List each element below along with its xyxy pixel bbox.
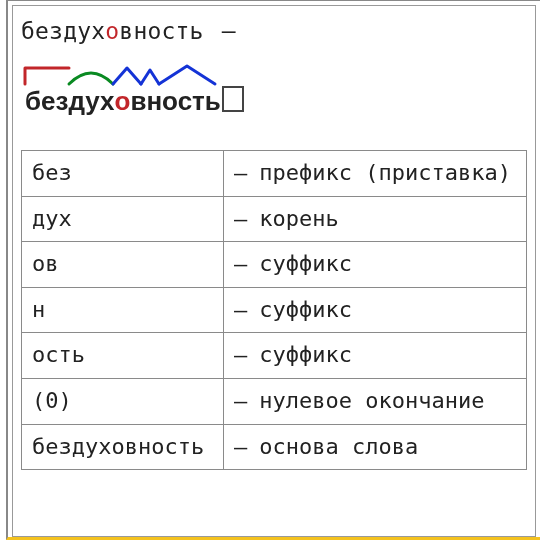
root-marker-icon bbox=[69, 73, 113, 84]
headline: бездуховность— bbox=[21, 18, 527, 44]
morph-part: ость bbox=[22, 333, 224, 379]
cell-dash: — bbox=[234, 297, 247, 322]
morph-part: н bbox=[22, 287, 224, 333]
headline-word-pre: бездух bbox=[21, 18, 105, 44]
headline-dash: — bbox=[222, 18, 236, 44]
table-row: (0) —нулевое окончание bbox=[22, 378, 527, 424]
cell-dash: — bbox=[234, 434, 247, 459]
diagram-word-post: вность bbox=[130, 86, 220, 117]
table-row: дух —корень bbox=[22, 196, 527, 242]
morph-part: дух bbox=[22, 196, 224, 242]
cell-dash: — bbox=[234, 206, 247, 231]
morph-desc: —основа слова bbox=[224, 424, 527, 470]
page-frame: бездуховность— бездуховность bbox=[6, 0, 540, 540]
headline-word-accent: о bbox=[105, 18, 119, 44]
diagram-word-accent: о bbox=[115, 86, 131, 117]
suffix-marker-2-icon bbox=[141, 70, 159, 84]
cell-dash: — bbox=[234, 160, 247, 185]
table-row: без —префикс (приставка) bbox=[22, 151, 527, 197]
diagram-word-pre: бездух bbox=[25, 86, 115, 117]
morph-desc-text: нулевое окончание bbox=[259, 388, 484, 413]
cell-dash: — bbox=[234, 251, 247, 276]
morph-part: бездуховность bbox=[22, 424, 224, 470]
content-card: бездуховность— бездуховность bbox=[12, 5, 536, 537]
morph-desc-text: префикс (приставка) bbox=[259, 160, 511, 185]
morph-desc: —суффикс bbox=[224, 242, 527, 288]
diagram-word: бездуховность bbox=[25, 84, 244, 117]
morph-desc-text: суффикс bbox=[259, 251, 352, 276]
suffix-marker-1-icon bbox=[113, 68, 141, 84]
morph-part: (0) bbox=[22, 378, 224, 424]
prefix-marker-icon bbox=[25, 68, 69, 84]
table-row: бездуховность —основа слова bbox=[22, 424, 527, 470]
table-row: н —суффикс bbox=[22, 287, 527, 333]
table-row: ов —суффикс bbox=[22, 242, 527, 288]
morph-desc-text: суффикс bbox=[259, 297, 352, 322]
morph-desc-text: основа слова bbox=[259, 434, 418, 459]
morph-desc: —префикс (приставка) bbox=[224, 151, 527, 197]
headline-word-post: вность bbox=[119, 18, 203, 44]
table-row: ость —суффикс bbox=[22, 333, 527, 379]
morph-desc: —нулевое окончание bbox=[224, 378, 527, 424]
morph-part: без bbox=[22, 151, 224, 197]
morph-part: ов bbox=[22, 242, 224, 288]
ending-box-icon bbox=[222, 86, 244, 112]
morph-desc-text: суффикс bbox=[259, 342, 352, 367]
morph-desc-text: корень bbox=[259, 206, 338, 231]
morpheme-diagram: бездуховность bbox=[23, 62, 527, 116]
suffix-marker-3-icon bbox=[159, 66, 215, 84]
morpheme-table: без —префикс (приставка) дух —корень ов … bbox=[21, 150, 527, 470]
morph-desc: —суффикс bbox=[224, 333, 527, 379]
morph-desc: —суффикс bbox=[224, 287, 527, 333]
cell-dash: — bbox=[234, 388, 247, 413]
morph-desc: —корень bbox=[224, 196, 527, 242]
cell-dash: — bbox=[234, 342, 247, 367]
